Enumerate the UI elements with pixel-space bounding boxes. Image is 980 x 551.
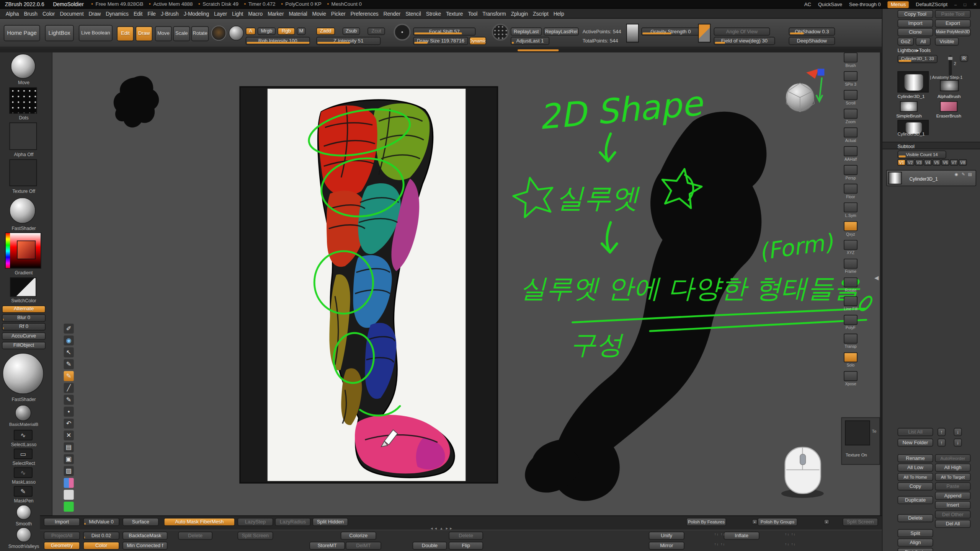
- right-shelf-icon[interactable]: [844, 221, 858, 231]
- right-shelf-icon[interactable]: [844, 240, 858, 250]
- menu-item[interactable]: Preferences: [351, 10, 379, 16]
- copy-tool-button[interactable]: Copy Tool: [897, 10, 933, 18]
- menu-item[interactable]: Movie: [312, 10, 326, 16]
- maximize-icon[interactable]: □: [964, 2, 966, 7]
- right-shelf-button[interactable]: L.Sym: [841, 202, 860, 221]
- right-shelf-icon[interactable]: [844, 277, 858, 287]
- right-shelf-icon[interactable]: [844, 184, 858, 194]
- subtool-version-tab[interactable]: V3: [915, 159, 923, 165]
- nav-sphere-gizmo[interactable]: [786, 83, 814, 112]
- right-shelf-icon[interactable]: [844, 202, 858, 212]
- smooth-valleys-thumb[interactable]: [16, 527, 31, 542]
- all-to-home-button[interactable]: All To Home: [897, 473, 933, 481]
- right-shelf-icon[interactable]: [844, 259, 858, 269]
- subtool-layers-icon[interactable]: ▤: [968, 172, 972, 177]
- menu-item[interactable]: Stroke: [426, 10, 441, 16]
- right-shelf-icon[interactable]: [844, 127, 858, 137]
- colorize-button[interactable]: Colorize: [341, 531, 376, 540]
- dist-slider[interactable]: Dist 0.02: [83, 531, 119, 540]
- fillobject-button[interactable]: FillObject: [2, 342, 46, 349]
- menu-item[interactable]: Zscript: [533, 10, 549, 16]
- right-shelf-button[interactable]: Persp: [841, 165, 860, 184]
- smooth-brush-thumb[interactable]: [16, 505, 31, 520]
- annotation-tool-icon[interactable]: ▨: [64, 466, 74, 476]
- mirror-button[interactable]: Mirror: [649, 542, 684, 550]
- right-shelf-button[interactable]: Line Fill: [841, 296, 860, 315]
- subtool-copy-button[interactable]: Copy: [897, 482, 933, 490]
- sphere-preview-icon[interactable]: [229, 26, 244, 41]
- stroke-dots-thumb[interactable]: [9, 88, 37, 114]
- move-brush-thumb[interactable]: [11, 54, 36, 78]
- annotation-tool-icon[interactable]: •: [64, 406, 74, 416]
- right-shelf-button[interactable]: XYZ: [841, 240, 860, 259]
- edit-mode-button[interactable]: Edit: [117, 26, 134, 41]
- auto-mask-fibermesh-button[interactable]: Auto Mask FiberMesh: [164, 518, 235, 526]
- double-button[interactable]: Double: [413, 542, 447, 550]
- right-shelf-button[interactable]: SPix 3: [841, 71, 860, 90]
- split-button[interactable]: Split: [897, 529, 933, 537]
- menu-item[interactable]: J-Modeling: [184, 10, 209, 16]
- subtool-version-tab[interactable]: V4: [924, 159, 932, 165]
- subtool-header-bar[interactable]: Subtool: [882, 142, 980, 150]
- folder-down-button[interactable]: ↓: [954, 439, 962, 447]
- alpha-brush-thumb[interactable]: [940, 80, 959, 91]
- menu-item[interactable]: Stencil: [405, 10, 421, 16]
- menu-item[interactable]: Macro: [248, 10, 263, 16]
- field-of-view-slider[interactable]: Field of view(deg) 30: [714, 37, 775, 45]
- replay-last-rel-button[interactable]: ReplayLastRel: [544, 28, 578, 36]
- gravity-strength-slider[interactable]: Gravity Strength 0: [641, 28, 700, 36]
- all-high-button[interactable]: All High: [935, 463, 970, 471]
- texture-preview-icon[interactable]: [698, 24, 711, 42]
- all-low-button[interactable]: All Low: [897, 463, 933, 471]
- rename-button[interactable]: Rename: [897, 454, 933, 462]
- alpha-preview-icon[interactable]: [626, 24, 639, 42]
- inner-swatch[interactable]: [17, 241, 36, 259]
- annotation-tool-icon[interactable]: [64, 501, 74, 511]
- right-shelf-button[interactable]: Qxyz: [841, 221, 860, 240]
- right-shelf-button[interactable]: Transp: [841, 334, 860, 352]
- color-button[interactable]: Color: [83, 542, 119, 550]
- visible-count-slider[interactable]: Visible Count 14: [897, 150, 946, 158]
- right-shelf-icon[interactable]: [844, 334, 858, 344]
- subtool-version-tab[interactable]: V1: [897, 159, 905, 165]
- annotation-tool-icon[interactable]: [64, 478, 74, 487]
- annotation-tool-icon[interactable]: [64, 489, 74, 499]
- subtool-delete-button[interactable]: Delete: [897, 514, 933, 522]
- unify-button[interactable]: Unify: [649, 531, 684, 540]
- menu-item[interactable]: Zplugin: [511, 10, 528, 16]
- subtool-version-tab[interactable]: V8: [959, 159, 967, 165]
- goz-all-button[interactable]: All: [916, 37, 931, 46]
- viewport[interactable]: 2D Shape 실루엣 (Form) 실루엣 안에 다양한 형태들을 구성: [52, 52, 880, 515]
- geometry-button[interactable]: Geometry: [44, 542, 80, 550]
- select-rect-icon[interactable]: ▭: [14, 448, 33, 459]
- menu-item[interactable]: Light: [232, 10, 243, 16]
- m-button[interactable]: M: [297, 28, 306, 35]
- polish-by-features-button[interactable]: Polish By Features: [686, 518, 726, 526]
- alternate-button[interactable]: Alternate: [2, 305, 46, 313]
- z-intensity-slider[interactable]: Z Intensity 51: [316, 37, 381, 45]
- eraser-brush-thumb[interactable]: [940, 101, 958, 112]
- annotation-tool-icon[interactable]: ▤: [64, 442, 74, 452]
- active-tool-thumb[interactable]: [897, 71, 929, 93]
- hue-strip[interactable]: [6, 233, 10, 269]
- shelf-scrollbar[interactable]: [518, 49, 559, 51]
- menu-item[interactable]: Tool: [468, 10, 477, 16]
- basic-material-thumb[interactable]: [15, 405, 31, 421]
- subtool-item-thumb[interactable]: [888, 172, 902, 184]
- color-chip[interactable]: A: [246, 28, 256, 35]
- obj-shadow-slider[interactable]: ObjShadow 0.3: [789, 28, 835, 36]
- subtool-item[interactable]: Cylinder3D_1 ◉ ✎ ▤: [886, 170, 976, 186]
- active-tool-slider[interactable]: Cylinder3D_1. 33: [897, 55, 937, 63]
- fastshader-thumb[interactable]: [9, 197, 36, 224]
- clone-button[interactable]: Clone: [897, 28, 933, 36]
- material-fastshader-thumb[interactable]: [3, 353, 44, 394]
- subtool-version-tab[interactable]: V7: [950, 159, 958, 165]
- rotate-mode-button[interactable]: Rotate: [191, 26, 209, 41]
- replay-last-button[interactable]: ReplayLast: [511, 28, 542, 36]
- color-picker-gradient[interactable]: [5, 232, 41, 269]
- blur-slider[interactable]: Blur 0: [2, 314, 46, 322]
- focal-shift-slider[interactable]: Focal Shift 57: [413, 28, 475, 36]
- polish-features-dot-button[interactable]: •: [752, 519, 758, 525]
- mini-vertical-slider[interactable]: [949, 55, 952, 75]
- lightbox-tools-header[interactable]: Lightbox▸Tools: [897, 47, 930, 53]
